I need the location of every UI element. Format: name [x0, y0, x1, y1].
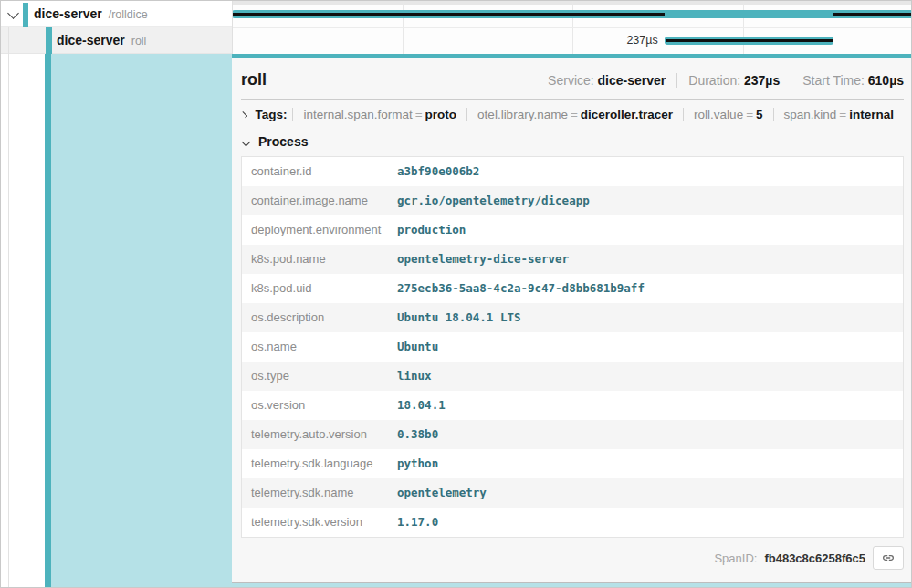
timeline-area: 237µs	[232, 1, 912, 54]
span-service-name[interactable]: dice-serverroll	[57, 27, 146, 55]
spanid-label: SpanID:	[714, 551, 757, 565]
process-value: 0.38b0	[397, 420, 904, 449]
stat-label: Duration:	[688, 73, 740, 88]
table-row: k8s.pod.uid275ecb36-5aa8-4c2a-9c47-d8bb6…	[242, 274, 904, 303]
process-value: gcr.io/opentelemetry/diceapp	[397, 186, 904, 215]
tag-value: proto	[425, 108, 457, 121]
table-row: telemetry.sdk.nameopentelemetry	[242, 478, 904, 508]
trace-view: 237µs dice-server/rolldice dice-serverro…	[0, 0, 912, 588]
stat-value: 237µs	[744, 73, 780, 88]
process-key: os.name	[242, 332, 398, 362]
tag-equals: =	[836, 108, 849, 121]
span-bar-rolldice-self-segment	[833, 13, 912, 16]
table-row: os.version18.04.1	[242, 391, 904, 420]
span-color-stripe	[45, 54, 51, 587]
process-key: container.id	[242, 157, 398, 187]
process-key: container.image.name	[242, 186, 398, 215]
name-column-divider[interactable]	[232, 1, 233, 54]
span-row-roll[interactable]: dice-serverroll	[1, 27, 232, 54]
process-key: deployment.environment	[242, 215, 398, 245]
table-row: telemetry.sdk.version1.17.0	[242, 508, 904, 538]
span-detail-footer: SpanID: fb483c8c6258f6c5	[241, 538, 904, 578]
tag-value: diceroller.tracer	[581, 108, 673, 121]
timeline-row-divider	[232, 27, 912, 28]
stat-duration: Duration: 237µs	[676, 73, 791, 88]
process-key: telemetry.auto.version	[242, 420, 398, 449]
tag-item: roll.value=5	[683, 108, 772, 121]
process-value: Ubuntu	[397, 332, 904, 362]
table-row: container.ida3bf90e006b2	[242, 157, 904, 187]
tag-key: roll.value	[694, 108, 743, 121]
tag-equals: =	[413, 108, 425, 121]
process-key: telemetry.sdk.language	[242, 449, 398, 478]
process-value: 1.17.0	[397, 508, 904, 538]
span-stats: Service: dice-server Duration: 237µs Sta…	[537, 73, 904, 88]
tag-value: internal	[849, 108, 894, 121]
table-row: container.image.namegcr.io/opentelemetry…	[242, 186, 904, 215]
process-key: os.description	[242, 303, 398, 332]
process-value: opentelemetry	[397, 478, 904, 508]
operation-name-text: roll	[131, 35, 147, 47]
selected-span-region: roll Service: dice-server Duration: 237µ…	[1, 54, 911, 587]
stat-start-time: Start Time: 610µs	[791, 73, 904, 88]
process-value: linux	[397, 362, 904, 391]
span-title: roll	[241, 70, 267, 89]
span-color-stripe	[46, 27, 52, 54]
table-row: telemetry.auto.version0.38b0	[242, 420, 904, 449]
span-row-rolldice[interactable]: dice-server/rolldice	[1, 1, 232, 27]
service-name-text: dice-server	[57, 33, 125, 47]
table-row: os.descriptionUbuntu 18.04.1 LTS	[242, 303, 904, 332]
tag-item: internal.span.format=proto	[292, 108, 466, 121]
tag-equals: =	[743, 108, 756, 121]
process-value: Ubuntu 18.04.1 LTS	[397, 303, 904, 332]
span-bar-roll-core	[666, 39, 833, 42]
tags-label: Tags:	[255, 108, 287, 121]
process-key: os.version	[242, 391, 398, 420]
stat-value: 610µs	[868, 73, 904, 88]
table-row: k8s.pod.nameopentelemetry-dice-server	[242, 245, 904, 274]
process-table: container.ida3bf90e006b2 container.image…	[241, 156, 904, 538]
tag-equals: =	[568, 108, 581, 121]
process-value: 18.04.1	[397, 391, 904, 420]
tag-key: span.kind	[784, 108, 837, 121]
copy-span-link-button[interactable]	[873, 546, 904, 570]
stat-label: Service:	[548, 73, 594, 88]
process-key: telemetry.sdk.version	[242, 508, 398, 538]
process-key: k8s.pod.uid	[242, 274, 398, 303]
span-bar-rolldice-self-segment	[232, 13, 665, 16]
process-key: os.type	[242, 362, 398, 391]
chevron-right-icon[interactable]	[241, 111, 247, 118]
process-value: a3bf90e006b2	[397, 157, 904, 187]
stat-service: Service: dice-server	[537, 73, 676, 88]
chevron-down-icon[interactable]	[7, 7, 19, 19]
span-service-name[interactable]: dice-server/rolldice	[34, 1, 148, 28]
process-value: production	[397, 215, 904, 245]
table-row: os.nameUbuntu	[242, 332, 904, 362]
process-key: k8s.pod.name	[242, 245, 398, 274]
process-value: 275ecb36-5aa8-4c2a-9c47-d8bb681b9aff	[397, 274, 904, 303]
table-row: telemetry.sdk.languagepython	[242, 449, 904, 478]
tag-value: 5	[756, 108, 763, 121]
process-value: opentelemetry-dice-server	[397, 245, 904, 274]
span-detail-header: roll Service: dice-server Duration: 237µ…	[241, 58, 904, 99]
tags-toggle-row[interactable]: Tags: internal.span.format=proto otel.li…	[241, 100, 904, 128]
span-detail-card: roll Service: dice-server Duration: 237µ…	[232, 54, 912, 583]
stat-value: dice-server	[598, 73, 666, 88]
spanid-value: fb483c8c6258f6c5	[764, 551, 865, 565]
process-value: python	[397, 449, 904, 478]
operation-name-text: /rolldice	[109, 8, 148, 21]
indent-guide-line	[26, 27, 26, 587]
span-duration-label: 237µs	[626, 27, 657, 54]
stat-label: Start Time:	[802, 73, 865, 88]
span-color-stripe	[23, 3, 28, 27]
tag-key: internal.span.format	[303, 108, 412, 121]
table-row: deployment.environmentproduction	[242, 215, 904, 245]
tag-key: otel.library.name	[477, 108, 568, 121]
chevron-down-icon[interactable]	[242, 137, 251, 146]
link-icon	[881, 551, 896, 565]
tag-item: span.kind=internal	[773, 108, 904, 121]
process-toggle-row[interactable]: Process	[241, 128, 904, 154]
table-row: os.typelinux	[242, 362, 904, 391]
tag-item: otel.library.name=diceroller.tracer	[466, 108, 683, 121]
service-name-text: dice-server	[34, 6, 102, 21]
